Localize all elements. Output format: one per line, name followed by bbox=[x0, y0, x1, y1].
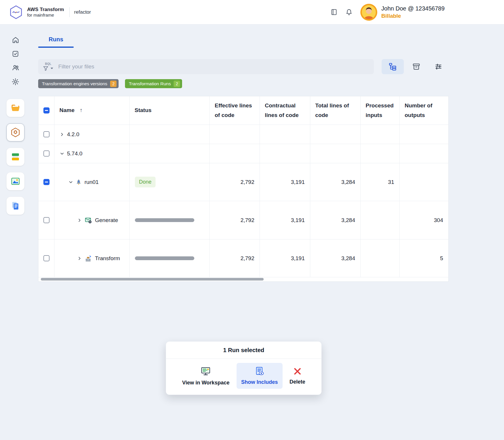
brand-divider bbox=[69, 7, 70, 17]
select-all-checkbox[interactable] bbox=[43, 107, 50, 113]
settings-gear-icon[interactable] bbox=[11, 78, 20, 86]
bql-filter-control[interactable]: BQL bbox=[43, 63, 54, 71]
row-name: run01 bbox=[84, 179, 99, 185]
column-header-status[interactable]: Status bbox=[130, 96, 210, 125]
table-row-run01[interactable]: run01 Done 2,792 3,191 3,284 31 bbox=[38, 163, 448, 201]
documents-icon bbox=[10, 201, 21, 211]
column-header-outputs[interactable]: Number of outputs bbox=[400, 96, 448, 125]
show-includes-button[interactable]: Show Includes bbox=[237, 363, 283, 389]
column-settings-sliders-icon[interactable] bbox=[432, 60, 445, 73]
transform-step-icon bbox=[84, 255, 92, 262]
row-checkbox[interactable] bbox=[43, 179, 50, 185]
table-row-generate[interactable]: Generate 2,792 3,191 3,284 304 bbox=[38, 201, 448, 239]
sidebar-tile-images[interactable] bbox=[6, 172, 24, 190]
workspace-monitor-icon bbox=[200, 366, 211, 377]
chip-label: Transformation Runs bbox=[129, 81, 171, 86]
table-row-version-5740[interactable]: 5.74.0 bbox=[38, 144, 448, 163]
tasks-icon[interactable] bbox=[12, 50, 19, 58]
notes-stack-icon bbox=[10, 151, 21, 162]
column-header-total[interactable]: Total lines of code bbox=[310, 96, 361, 125]
notifications-bell-icon[interactable] bbox=[345, 8, 353, 16]
horizontal-scrollbar-track[interactable] bbox=[38, 277, 448, 281]
runs-table: Name ↑ Status Effective lines of code Co… bbox=[38, 96, 449, 282]
user-name: John Doe @ 123456789 bbox=[381, 5, 445, 12]
row-name: Generate bbox=[95, 217, 118, 223]
aws-transform-logo-icon bbox=[9, 5, 23, 19]
filter-row: BQL Filter your files bbox=[38, 59, 449, 74]
status-done-chip: Done bbox=[135, 177, 156, 187]
caret-down-icon[interactable] bbox=[50, 67, 54, 70]
selection-count-title: 1 Run selected bbox=[166, 342, 321, 359]
sidebar bbox=[0, 24, 31, 440]
view-in-workspace-label: View in Workspace bbox=[182, 380, 229, 386]
image-icon bbox=[10, 176, 21, 187]
users-icon[interactable] bbox=[12, 64, 20, 72]
tab-runs-label: Runs bbox=[38, 36, 74, 43]
row-name: 4.2.0 bbox=[67, 131, 79, 138]
selection-panel: 1 Run selected View in Workspace bbox=[166, 341, 322, 395]
row-checkbox[interactable] bbox=[43, 131, 50, 137]
chip-count-badge: 2 bbox=[174, 81, 180, 87]
top-bar: AWS Transform for mainframe refactor bbox=[0, 0, 504, 24]
brand-title: AWS Transform bbox=[27, 6, 64, 13]
column-header-contractual[interactable]: Contractual lines of code bbox=[260, 96, 310, 125]
row-checkbox[interactable] bbox=[43, 255, 50, 261]
tab-runs[interactable]: Runs bbox=[38, 36, 74, 48]
filter-chips: Transformation engines versions 2 Transf… bbox=[38, 79, 182, 88]
sidebar-tile-archive[interactable] bbox=[6, 99, 24, 117]
brand: AWS Transform for mainframe refactor bbox=[9, 5, 91, 19]
table-header-row: Name ↑ Status Effective lines of code Co… bbox=[38, 96, 448, 125]
journal-icon[interactable] bbox=[330, 8, 338, 16]
chip-count-badge: 2 bbox=[110, 81, 117, 87]
row-checkbox[interactable] bbox=[43, 150, 50, 157]
bql-label: BQL bbox=[45, 63, 51, 65]
tree-view-button[interactable] bbox=[382, 59, 404, 74]
view-in-workspace-button[interactable]: View in Workspace bbox=[177, 363, 234, 389]
brand-subtitle: for mainframe bbox=[27, 13, 64, 18]
billable-badge: Billable bbox=[381, 13, 445, 19]
chevron-right-icon[interactable] bbox=[77, 218, 82, 222]
column-header-inputs[interactable]: Processed inputs bbox=[361, 96, 400, 125]
chip-label: Transformation engines versions bbox=[42, 81, 107, 86]
show-includes-label: Show Includes bbox=[241, 379, 278, 385]
chevron-down-icon[interactable] bbox=[60, 152, 64, 156]
funnel-icon bbox=[43, 66, 49, 71]
filter-input[interactable]: BQL Filter your files bbox=[38, 59, 374, 74]
progress-bar bbox=[135, 256, 194, 260]
row-checkbox[interactable] bbox=[43, 217, 50, 223]
sidebar-tile-documents[interactable] bbox=[6, 197, 24, 215]
sidebar-tile-notes[interactable] bbox=[6, 148, 24, 166]
show-includes-document-eye-icon bbox=[255, 366, 265, 376]
delete-button[interactable]: Delete bbox=[285, 363, 310, 389]
tab-active-underline bbox=[38, 47, 74, 48]
home-icon[interactable] bbox=[12, 36, 20, 44]
chevron-right-icon[interactable] bbox=[60, 132, 64, 136]
chip-transformation-engines-versions[interactable]: Transformation engines versions 2 bbox=[38, 79, 119, 88]
app-name: refactor bbox=[74, 9, 91, 15]
table-row-version-420[interactable]: 4.2.0 bbox=[38, 125, 448, 144]
archive-button[interactable] bbox=[410, 60, 423, 73]
generate-step-icon bbox=[84, 217, 92, 224]
chevron-down-icon[interactable] bbox=[69, 180, 73, 184]
column-header-name[interactable]: Name ↑ bbox=[54, 96, 130, 125]
avatar[interactable] bbox=[360, 4, 377, 21]
delete-x-icon bbox=[293, 367, 302, 376]
chevron-right-icon[interactable] bbox=[77, 256, 82, 260]
row-name: 5.74.0 bbox=[67, 150, 82, 157]
delete-label: Delete bbox=[290, 379, 305, 385]
row-name: Transform bbox=[95, 255, 120, 262]
sort-ascending-icon[interactable]: ↑ bbox=[80, 106, 83, 115]
sidebar-tile-transform-engine[interactable] bbox=[6, 123, 24, 141]
rocket-icon bbox=[76, 179, 82, 185]
chip-transformation-runs[interactable]: Transformation Runs 2 bbox=[125, 79, 182, 88]
filter-placeholder: Filter your files bbox=[58, 63, 94, 70]
column-header-effective[interactable]: Effective lines of code bbox=[210, 96, 260, 125]
engine-hexagon-icon bbox=[10, 127, 21, 138]
horizontal-scrollbar-thumb[interactable] bbox=[41, 278, 264, 281]
user-menu[interactable]: John Doe @ 123456789 Billable bbox=[360, 4, 445, 21]
table-row-transform[interactable]: Transform 2,792 3,191 3,284 5 bbox=[38, 239, 448, 277]
folder-icon bbox=[10, 103, 21, 113]
progress-bar bbox=[135, 218, 194, 222]
